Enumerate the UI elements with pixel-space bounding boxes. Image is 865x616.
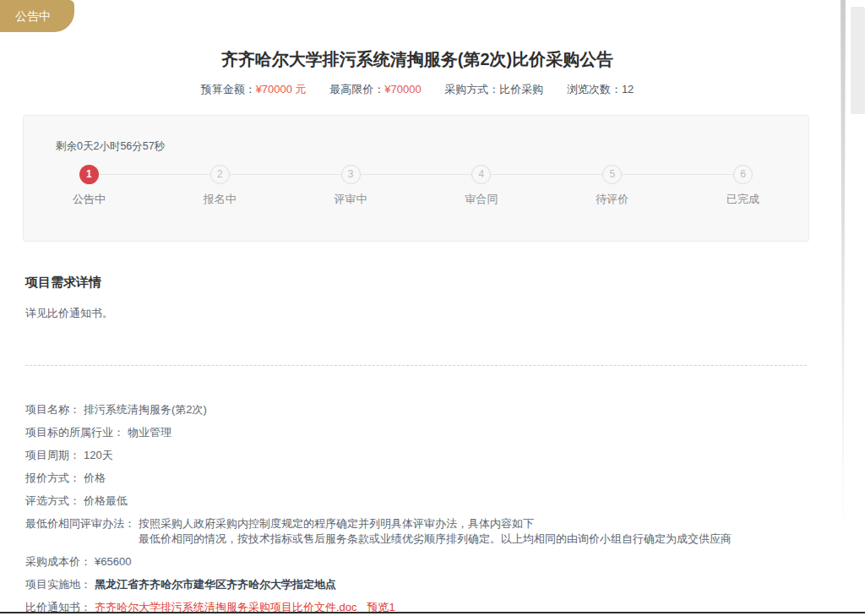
meta-budget: 预算金额：¥70000 元 bbox=[201, 83, 307, 96]
meta-views-value: 12 bbox=[622, 83, 634, 95]
field-label: 采购成本价： bbox=[25, 554, 91, 570]
step-announcing: 1 公告中 bbox=[24, 165, 155, 207]
project-fields: 项目名称： 排污系统清掏服务(第2次) 项目标的所属行业： 物业管理 项目周期：… bbox=[25, 398, 809, 616]
meta-budget-label: 预算金额： bbox=[201, 83, 256, 95]
status-badge: 公告中 bbox=[0, 0, 74, 32]
field-value: 120天 bbox=[84, 448, 113, 463]
step-circle-6: 6 bbox=[733, 165, 753, 184]
footer-top-border bbox=[0, 612, 865, 613]
requirement-summary: 详见比价通知书。 bbox=[25, 306, 809, 321]
announcement-page: 公告中 齐齐哈尔大学排污系统清掏服务(第2次)比价采购公告 预算金额：¥7000… bbox=[0, 0, 865, 616]
page-edge-shadow bbox=[841, 0, 846, 545]
step-registration: 2 报名中 bbox=[155, 165, 286, 207]
field-value: 价格最低 bbox=[84, 493, 128, 509]
scrollbar-thumb[interactable] bbox=[851, 7, 865, 114]
step-review: 3 评审中 bbox=[286, 165, 416, 207]
tie-break-line-2: 最低价相同的情况，按技术指标或售后服务条款或业绩优劣顺序排列确定。以上均相同的由… bbox=[139, 532, 732, 547]
meta-views: 浏览次数：12 bbox=[567, 83, 634, 96]
section-title: 项目需求详情 bbox=[25, 274, 809, 291]
page-title: 齐齐哈尔大学排污系统清掏服务(第2次)比价采购公告 bbox=[25, 47, 809, 71]
step-circle-3: 3 bbox=[341, 165, 361, 184]
step-circle-1: 1 bbox=[79, 165, 99, 184]
meta-max-price-value: ¥70000 bbox=[384, 83, 421, 95]
field-label: 项目周期： bbox=[25, 448, 80, 463]
field-value: 排污系统清掏服务(第2次) bbox=[84, 402, 207, 417]
step-circle-4: 4 bbox=[471, 165, 491, 184]
progress-stepper: 剩余0天2小时56分57秒 1 公告中 2 报名中 3 评审中 4 审合同 5 … bbox=[23, 115, 809, 242]
field-label: 项目名称： bbox=[25, 402, 80, 417]
field-location: 项目实施地： 黑龙江省齐齐哈尔市建华区齐齐哈尔大学指定地点 bbox=[25, 573, 809, 596]
field-label: 项目实施地： bbox=[25, 577, 91, 592]
step-label-5: 待评价 bbox=[547, 192, 677, 207]
field-label: 项目标的所属行业： bbox=[25, 425, 124, 440]
stepper-steps: 1 公告中 2 报名中 3 评审中 4 审合同 5 待评价 6 已完成 bbox=[24, 165, 808, 207]
meta-method: 采购方式：比价采购 bbox=[444, 83, 543, 96]
field-quote-method: 报价方式： 价格 bbox=[25, 466, 809, 489]
field-label: 评选方式： bbox=[25, 493, 80, 509]
meta-max-price: 最高限价：¥70000 bbox=[329, 83, 421, 96]
field-cost-price: 采购成本价： ¥65600 bbox=[25, 550, 809, 573]
tie-break-line-1: 按照采购人政府采购内控制度规定的程序确定并列明具体评审办法，具体内容如下 bbox=[139, 516, 732, 532]
meta-method-value: 比价采购 bbox=[499, 83, 543, 95]
meta-views-label: 浏览次数： bbox=[567, 83, 622, 95]
field-value: 价格 bbox=[84, 471, 106, 486]
step-circle-5: 5 bbox=[602, 165, 622, 184]
step-completed: 6 已完成 bbox=[677, 165, 808, 207]
step-label-3: 评审中 bbox=[286, 192, 416, 207]
header-meta: 预算金额：¥70000 元 最高限价：¥70000 采购方式：比价采购 浏览次数… bbox=[25, 83, 809, 96]
meta-budget-value: ¥70000 元 bbox=[256, 83, 307, 95]
field-value-multiline: 按照采购人政府采购内控制度规定的程序确定并列明具体评审办法，具体内容如下 最低价… bbox=[139, 512, 732, 550]
step-evaluation: 5 待评价 bbox=[547, 165, 677, 207]
step-label-4: 审合同 bbox=[416, 192, 547, 207]
field-project-name: 项目名称： 排污系统清掏服务(第2次) bbox=[25, 398, 809, 421]
meta-method-label: 采购方式： bbox=[444, 83, 499, 95]
step-contract: 4 审合同 bbox=[416, 165, 547, 207]
step-label-6: 已完成 bbox=[677, 192, 808, 207]
countdown-text: 剩余0天2小时56分57秒 bbox=[24, 116, 808, 154]
dashed-divider bbox=[25, 365, 807, 366]
step-label-2: 报名中 bbox=[155, 192, 286, 207]
field-label: 最低价相同评审办法： bbox=[25, 512, 135, 532]
meta-max-price-label: 最高限价： bbox=[329, 83, 384, 95]
field-duration: 项目周期： 120天 bbox=[25, 444, 809, 466]
field-label: 报价方式： bbox=[25, 471, 80, 486]
detail-content: 项目需求详情 详见比价通知书。 项目名称： 排污系统清掏服务(第2次) 项目标的… bbox=[25, 274, 809, 616]
step-label-1: 公告中 bbox=[24, 192, 155, 207]
field-value: ¥65600 bbox=[95, 555, 131, 568]
field-value: 黑龙江省齐齐哈尔市建华区齐齐哈尔大学指定地点 bbox=[95, 577, 336, 592]
step-circle-2: 2 bbox=[210, 165, 230, 184]
field-value: 物业管理 bbox=[128, 425, 171, 440]
field-industry: 项目标的所属行业： 物业管理 bbox=[25, 421, 809, 444]
field-tie-break-rule: 最低价相同评审办法： 按照采购人政府采购内控制度规定的程序确定并列明具体评审办法… bbox=[25, 512, 809, 550]
field-selection-method: 评选方式： 价格最低 bbox=[25, 489, 809, 512]
